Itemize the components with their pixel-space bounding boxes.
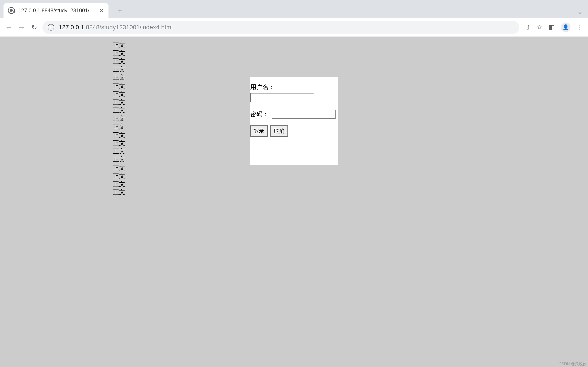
address-bar[interactable]: i 127.0.0.1:8848/study1231001/index4.htm… [43, 21, 519, 34]
back-button[interactable]: ← [4, 23, 13, 32]
browser-chrome: 127.0.0.1:8848/study1231001/ ✕ ＋ ⌄ ← → ↻… [0, 0, 588, 37]
reload-icon: ↻ [31, 23, 37, 32]
profile-avatar[interactable]: 👤 [561, 23, 571, 32]
body-text-line: 正文 [113, 98, 125, 106]
body-text-line: 正文 [113, 115, 125, 123]
username-label: 用户名： [250, 83, 338, 91]
watermark: CSDN @猿说侠 [559, 361, 587, 367]
password-label: 密码： [250, 110, 269, 118]
body-text-line: 正文 [113, 106, 125, 115]
url-path: /study1231001/index4.html [100, 24, 173, 31]
body-text-column: 正文正文正文正文正文正文正文正文正文正文正文正文正文正文正文正文正文正文正文 [113, 41, 125, 196]
body-text-line: 正文 [113, 164, 125, 172]
back-arrow-icon: ← [5, 23, 12, 32]
body-text-line: 正文 [113, 57, 125, 65]
body-text-line: 正文 [113, 90, 125, 98]
body-text-line: 正文 [113, 155, 125, 164]
menu-icon[interactable]: ⋮ [577, 23, 583, 31]
body-text-line: 正文 [113, 172, 125, 180]
forward-button[interactable]: → [17, 23, 26, 32]
share-icon[interactable]: ⇧ [525, 23, 530, 31]
toolbar-right: ⇧ ☆ ◧ 👤 ⋮ [523, 23, 584, 32]
page-viewport: 正文正文正文正文正文正文正文正文正文正文正文正文正文正文正文正文正文正文正文 用… [0, 37, 588, 367]
cancel-button[interactable]: 取消 [270, 125, 288, 137]
body-text-line: 正文 [113, 73, 125, 82]
toolbar: ← → ↻ i 127.0.0.1:8848/study1231001/inde… [0, 18, 588, 37]
tabs-dropdown-icon[interactable]: ⌄ [577, 8, 583, 15]
browser-tab-active[interactable]: 127.0.0.1:8848/study1231001/ ✕ [3, 3, 109, 18]
url-host: 127.0.0.1 [59, 24, 84, 31]
sidepanel-icon[interactable]: ◧ [549, 23, 555, 31]
forward-arrow-icon: → [18, 23, 25, 32]
site-info-icon[interactable]: i [48, 24, 54, 31]
button-row: 登录 取消 [250, 125, 338, 137]
new-tab-button[interactable]: ＋ [114, 4, 126, 17]
login-button[interactable]: 登录 [250, 125, 268, 137]
body-text-line: 正文 [113, 147, 125, 156]
body-text-line: 正文 [113, 123, 125, 131]
tab-title: 127.0.0.1:8848/study1231001/ [18, 8, 97, 14]
body-text-line: 正文 [113, 180, 125, 188]
body-text-line: 正文 [113, 41, 125, 49]
body-text-line: 正文 [113, 131, 125, 139]
username-input[interactable] [250, 93, 314, 102]
login-dialog: 用户名： 密码： 登录 取消 [250, 77, 338, 165]
favicon-globe-icon [8, 7, 15, 14]
body-text-line: 正文 [113, 65, 125, 74]
body-text-line: 正文 [113, 188, 125, 196]
body-text-line: 正文 [113, 82, 125, 90]
tab-strip: 127.0.0.1:8848/study1231001/ ✕ ＋ ⌄ [0, 0, 588, 18]
profile-icon: 👤 [562, 24, 569, 30]
password-input[interactable] [272, 110, 336, 119]
body-text-line: 正文 [113, 49, 125, 57]
bookmark-icon[interactable]: ☆ [536, 23, 543, 31]
reload-button[interactable]: ↻ [30, 23, 38, 32]
tab-close-icon[interactable]: ✕ [99, 7, 104, 14]
url-port: :8848 [84, 24, 100, 31]
body-text-line: 正文 [113, 139, 125, 147]
